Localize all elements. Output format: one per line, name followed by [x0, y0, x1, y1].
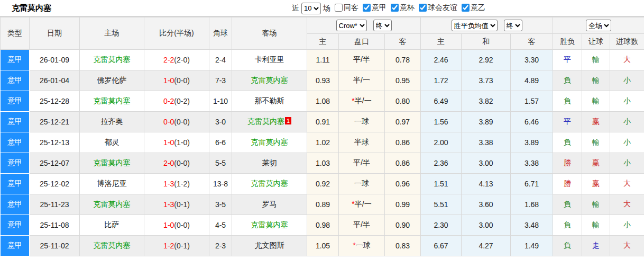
result-wdl-cell: 負 [553, 215, 582, 236]
league-cell: 意甲 [1, 174, 30, 194]
col-header-eu-home: 主 [421, 34, 462, 50]
corners-cell: 2-4 [209, 50, 232, 70]
ah-line-cell: *一球 [339, 236, 385, 256]
halftime-score: (0-0) [174, 221, 190, 229]
ah-home-odds-cell: 1.03 [307, 153, 339, 174]
col-header-result-goals: 进球数 [610, 34, 644, 50]
ah-away-odds-cell: 0.96 [385, 174, 421, 194]
fulltime-score: 0-0 [163, 118, 174, 126]
ah-line-cell: 平/半 [339, 215, 385, 236]
halftime-score: (0-1) [174, 200, 190, 209]
date-cell: 26-01-09 [30, 50, 80, 70]
result-goals-cell: 小 [610, 215, 644, 236]
table-row: 意甲26-01-09克雷莫内塞2-2(2-0)2-4卡利亚里1.11平/半0.7… [1, 50, 644, 70]
result-wdl-cell: 負 [553, 132, 582, 153]
result-wdl-cell: 平 [553, 112, 582, 132]
bookmaker-select[interactable]: Crow* [336, 20, 367, 31]
filter-controls: 近 10 场 同客意甲意杯球会友谊意乙 [292, 3, 485, 14]
result-handicap-cell: 赢 [582, 153, 610, 174]
euro-odds-time-select[interactable]: 终 [504, 20, 522, 31]
table-row: 意甲25-11-08比萨1-0(0-0)4-5克雷莫内塞0.98平/半0.902… [1, 215, 644, 236]
ah-home-odds-cell: 1.11 [307, 50, 339, 70]
filter-checkbox[interactable] [335, 4, 343, 12]
ah-line-cell: 一球 [339, 112, 385, 132]
team-title: 克雷莫内塞 [12, 3, 51, 13]
filter-checkbox[interactable] [391, 4, 399, 12]
filter-item: 同客 [335, 3, 358, 13]
filter-checkbox[interactable] [363, 4, 371, 12]
euro-odds-group-header: 胜平负均值终 [421, 17, 553, 34]
ah-line-text: 一球 [354, 117, 369, 126]
corners-cell: 3-5 [209, 194, 232, 215]
ah-line-text: 半/一 [355, 96, 372, 105]
eu-home-odds-cell: 2.30 [421, 215, 462, 236]
result-goals-cell: 大 [610, 174, 644, 194]
result-handicap-cell: 輸 [582, 132, 610, 153]
away-team-cell: 罗马 [232, 194, 307, 215]
col-header-ah-home: 主 [307, 34, 339, 50]
score-cell: 2-2(2-0) [144, 50, 209, 70]
filter-checkbox[interactable] [462, 4, 470, 12]
table-row: 意甲25-11-23克雷莫内塞1-3(0-1)3-5罗马0.89*半/一0.99… [1, 194, 644, 215]
fulltime-score: 1-2 [163, 242, 174, 250]
ah-home-odds-cell: 0.98 [307, 215, 339, 236]
asian-odds-time-select[interactable]: 终 [373, 20, 392, 31]
result-goals-cell: 大 [610, 236, 644, 256]
euro-odds-type-select[interactable]: 胜平负均值 [452, 20, 498, 31]
date-cell: 25-12-28 [30, 91, 80, 112]
away-team-name: 克雷莫内塞 [251, 179, 288, 187]
corners-cell: 7-3 [209, 70, 232, 91]
home-team-cell: 克雷莫内塞 [80, 91, 144, 112]
league-cell: 意甲 [1, 112, 30, 132]
score-cell: 1-2(0-1) [144, 236, 209, 256]
ah-home-odds-cell: 0.92 [307, 174, 339, 194]
filter-item: 意甲 [363, 3, 387, 13]
filter-item: 意乙 [462, 3, 485, 13]
corners-cell: 3-0 [209, 112, 232, 132]
ah-away-odds-cell: 0.90 [385, 215, 421, 236]
filter-item: 球会友谊 [419, 3, 457, 13]
period-select[interactable]: 全场 [586, 20, 611, 31]
col-header-ah-line: 盘口 [339, 34, 385, 50]
home-team-cell: 比萨 [80, 215, 144, 236]
away-team-cell: 克雷莫内塞 [232, 132, 307, 153]
date-cell: 25-12-13 [30, 132, 80, 153]
eu-draw-odds-cell: 2.92 [462, 50, 511, 70]
league-cell: 意甲 [1, 215, 30, 236]
home-team-cell: 克雷莫内塞 [80, 194, 144, 215]
eu-away-odds-cell: 3.89 [511, 132, 553, 153]
ah-line-text: 半/一 [355, 200, 372, 208]
home-team-name: 都灵 [105, 138, 119, 146]
eu-away-odds-cell: 3.38 [511, 153, 553, 174]
filter-checkbox[interactable] [419, 4, 427, 12]
eu-away-odds-cell: 1.49 [511, 236, 553, 256]
filter-item: 意杯 [391, 3, 415, 13]
league-cell: 意甲 [1, 236, 30, 256]
score-cell: 1-0(0-0) [144, 70, 209, 91]
recent-count-select[interactable]: 10 [301, 3, 321, 14]
fulltime-score: 0-2 [163, 97, 174, 105]
ah-line-text: 一球 [354, 179, 369, 187]
result-handicap-cell: 輸 [582, 215, 610, 236]
ah-home-odds-cell: 1.08 [307, 91, 339, 112]
col-header-type: 类型 [1, 17, 30, 50]
table-row: 意甲25-12-13都灵1-0(1-0)6-6克雷莫内塞1.02半球0.862.… [1, 132, 644, 153]
halftime-score: (0-1) [174, 242, 190, 250]
eu-draw-odds-cell: 3.82 [462, 91, 511, 112]
home-team-name: 克雷莫内塞 [94, 96, 131, 105]
result-goals-cell: 小 [610, 91, 644, 112]
red-card-badge: 1 [285, 117, 291, 124]
away-team-cell: 克雷莫内塞 [232, 174, 307, 194]
ah-line-cell: 半球 [339, 132, 385, 153]
result-handicap-cell: 輸 [582, 91, 610, 112]
col-header-result-handicap: 让球 [582, 34, 610, 50]
col-header-away: 客场 [232, 17, 307, 50]
col-header-corners: 角球 [209, 17, 232, 50]
home-team-cell: 拉齐奥 [80, 112, 144, 132]
asian-odds-group-header: Crow*终 [307, 17, 421, 34]
fulltime-score: 1-0 [163, 138, 174, 147]
corners-cell: 5-5 [209, 153, 232, 174]
filter-label: 意甲 [372, 3, 387, 13]
home-team-cell: 克雷莫内塞 [80, 153, 144, 174]
ah-line-cell: *半/一 [339, 91, 385, 112]
